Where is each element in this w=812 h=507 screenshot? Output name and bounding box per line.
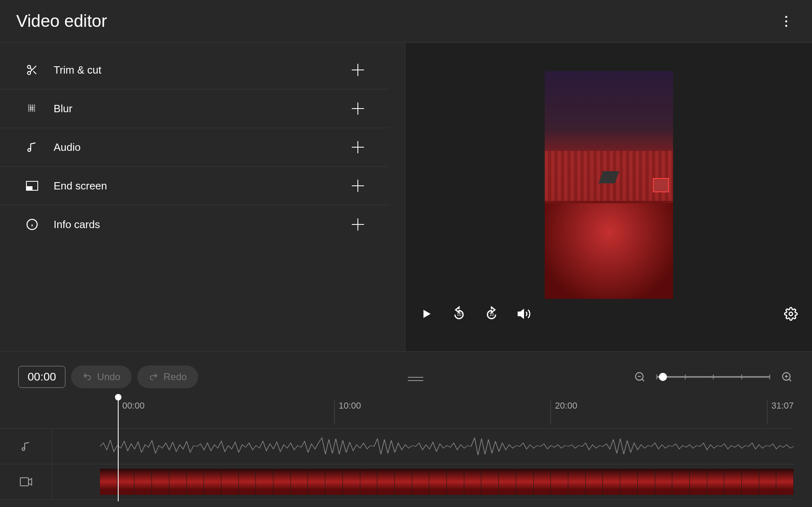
- svg-point-14: [30, 108, 32, 110]
- end-screen-icon: [25, 179, 39, 193]
- playhead[interactable]: [118, 396, 119, 501]
- plus-icon: [352, 102, 364, 115]
- scissors-icon: [25, 63, 39, 77]
- panel-drag-handle[interactable]: [408, 377, 423, 381]
- timeline-section: 00:00 Undo Redo: [0, 351, 812, 507]
- zoom-slider[interactable]: [656, 376, 770, 378]
- svg-point-17: [28, 110, 29, 111]
- video-thumbnails[interactable]: [100, 469, 794, 495]
- plus-icon: [352, 141, 364, 153]
- plus-icon: [352, 218, 364, 231]
- zoom-slider-handle[interactable]: [659, 373, 667, 381]
- svg-point-10: [30, 107, 32, 108]
- svg-point-16: [34, 109, 35, 110]
- video-track-icon: [0, 464, 52, 499]
- audio-track-row[interactable]: [0, 428, 794, 464]
- tool-label: Info cards: [54, 218, 351, 231]
- plus-icon: [352, 180, 364, 192]
- undo-button[interactable]: Undo: [71, 366, 132, 388]
- ruler-tick: 20:00: [550, 400, 577, 424]
- svg-line-36: [789, 379, 791, 381]
- tool-info-cards[interactable]: Info cards: [0, 205, 389, 244]
- svg-rect-23: [26, 186, 32, 190]
- forward-10-icon: 10: [483, 306, 500, 322]
- current-time-display[interactable]: 00:00: [18, 366, 65, 388]
- audio-track-icon: [0, 429, 52, 464]
- timeline-ruler[interactable]: 00:00 10:00 20:00 31:07: [0, 396, 812, 428]
- redo-label: Redo: [163, 371, 186, 383]
- music-note-icon: [25, 140, 39, 154]
- app-header: Video editor: [0, 0, 812, 43]
- volume-button[interactable]: [515, 305, 533, 323]
- svg-point-20: [34, 110, 35, 111]
- tool-label: Trim & cut: [54, 64, 351, 76]
- replay-10-button[interactable]: 10: [450, 305, 468, 323]
- volume-icon: [517, 307, 531, 321]
- svg-line-33: [642, 379, 644, 381]
- tool-label: Blur: [54, 102, 351, 115]
- svg-point-13: [28, 109, 29, 110]
- plus-icon: [352, 64, 364, 76]
- redo-button[interactable]: Redo: [137, 366, 198, 388]
- zoom-in-icon: [781, 371, 793, 383]
- preview-settings-button[interactable]: [782, 305, 800, 323]
- svg-point-1: [28, 72, 31, 75]
- tools-sidebar: Trim & cut Blur: [0, 43, 405, 351]
- tool-label: Audio: [54, 141, 351, 154]
- add-audio-button[interactable]: [351, 141, 364, 154]
- replay-10-icon: 10: [451, 306, 467, 322]
- info-icon: [25, 218, 39, 231]
- add-end-screen-button[interactable]: [351, 179, 364, 192]
- svg-rect-41: [20, 478, 28, 486]
- svg-point-7: [32, 104, 33, 106]
- svg-point-12: [34, 107, 35, 108]
- undo-label: Undo: [97, 371, 120, 383]
- add-trim-button[interactable]: [351, 63, 364, 76]
- blur-icon: [25, 102, 39, 115]
- add-blur-button[interactable]: [351, 102, 364, 115]
- svg-line-3: [33, 71, 36, 74]
- svg-rect-40: [100, 433, 794, 459]
- tool-label: End screen: [54, 180, 351, 192]
- svg-point-18: [30, 110, 31, 111]
- page-title: Video editor: [16, 11, 107, 31]
- tool-blur[interactable]: Blur: [0, 89, 389, 128]
- more-vertical-icon: [785, 16, 787, 27]
- video-preview-panel: 10 10: [405, 43, 812, 351]
- gear-icon: [784, 307, 798, 321]
- svg-point-8: [34, 104, 35, 106]
- video-frame: [545, 71, 673, 299]
- svg-text:10: 10: [457, 312, 461, 317]
- timeline-tracks: [0, 428, 812, 504]
- video-track-row[interactable]: [0, 464, 794, 500]
- preview-controls: 10 10: [418, 305, 800, 323]
- svg-marker-30: [518, 310, 524, 318]
- zoom-out-button[interactable]: [633, 370, 647, 384]
- timeline-toolbar: 00:00 Undo Redo: [0, 357, 812, 396]
- tool-end-screen[interactable]: End screen: [0, 167, 389, 205]
- zoom-controls: [633, 370, 794, 384]
- tool-trim-cut[interactable]: Trim & cut: [0, 49, 389, 89]
- ruler-tick: 10:00: [334, 400, 361, 424]
- play-button[interactable]: [418, 305, 435, 323]
- svg-point-21: [28, 149, 31, 152]
- svg-marker-42: [28, 479, 32, 485]
- zoom-in-button[interactable]: [780, 370, 794, 384]
- more-menu-button[interactable]: [776, 11, 796, 31]
- undo-icon: [82, 372, 92, 382]
- svg-point-0: [28, 65, 31, 69]
- svg-point-19: [32, 110, 33, 111]
- redo-icon: [149, 372, 158, 382]
- svg-point-6: [30, 104, 31, 106]
- svg-point-15: [32, 108, 33, 110]
- forward-10-button[interactable]: 10: [483, 305, 500, 323]
- add-info-card-button[interactable]: [351, 218, 364, 231]
- tool-audio[interactable]: Audio: [0, 128, 389, 167]
- audio-waveform[interactable]: [100, 433, 794, 459]
- play-icon: [420, 308, 433, 320]
- ruler-tick: 00:00: [118, 400, 145, 424]
- svg-point-31: [789, 312, 793, 316]
- svg-point-11: [32, 107, 33, 108]
- svg-point-9: [28, 107, 29, 108]
- svg-marker-27: [424, 310, 431, 318]
